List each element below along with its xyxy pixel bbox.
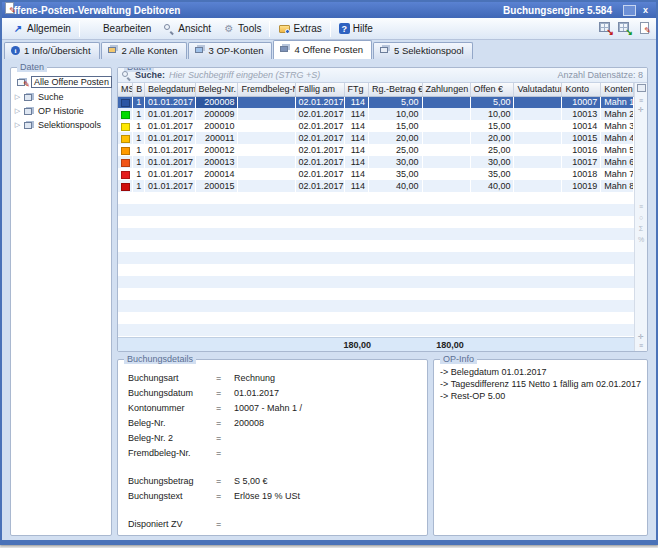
table-row[interactable]: 1 01.01.2017 200008 02.01.2017 114 5,00 … — [118, 96, 634, 108]
grid-export-green-icon[interactable]: ↘ — [617, 21, 633, 36]
detail-field-value: Rechnung — [234, 373, 275, 383]
grid-empty-area — [118, 192, 634, 337]
col-header-ms[interactable]: MS — [118, 83, 133, 96]
cards-icon — [24, 107, 35, 116]
ms-cell — [118, 132, 133, 144]
sidebar-item-alle-offene-posten[interactable]: Alle Offene Posten — [13, 74, 109, 90]
detail-field: Buchungstext = Erlöse 19 % USt — [128, 488, 419, 503]
detail-field-label: Beleg-Nr. — [128, 418, 216, 428]
tab-info-uebersicht[interactable]: i 1 Info/Übersicht — [4, 42, 100, 59]
ms-cell — [118, 168, 133, 180]
menu-bar: ↗ Allgemein Bearbeiten Ansicht ⚙ Tools E… — [2, 18, 656, 40]
record-count: Anzahl Datensätze: 8 — [557, 70, 643, 80]
menu-allgemein[interactable]: ↗ Allgemein — [6, 21, 77, 37]
notebook-icon — [280, 45, 290, 54]
sum-icon[interactable]: Σ — [639, 224, 643, 233]
scroll-up-icon[interactable]: ✛ — [638, 105, 644, 114]
table-row[interactable]: 1 01.01.2017 200012 02.01.2017 114 25,00… — [118, 144, 634, 156]
col-header-konto[interactable]: Konto — [562, 83, 601, 96]
sidebar-item-label: OP Historie — [38, 106, 84, 116]
mahnstufe-color-square — [121, 123, 130, 131]
col-header-ftg[interactable]: FTg — [344, 83, 368, 96]
separator — [330, 21, 331, 37]
expander-icon[interactable]: ▷ — [14, 107, 21, 115]
detail-field-label: Buchungsart — [128, 373, 216, 383]
sidebar-item-suche[interactable]: ▷ Suche — [13, 90, 109, 104]
ms-cell — [118, 120, 133, 132]
table-row[interactable]: 1 01.01.2017 200015 02.01.2017 114 40,00… — [118, 180, 634, 192]
list-icon[interactable]: ≡ — [639, 202, 643, 211]
op-info-line: -> Tagesdifferenz 115 Netto 1 fällig am … — [440, 378, 641, 390]
detail-field: Beleg-Nr. 2 = — [128, 430, 419, 445]
grid-scrollbar[interactable]: ≡ ✛ ≡ ○ Σ % ✛ ≡ — [634, 83, 647, 351]
table-row[interactable]: 1 01.01.2017 200011 02.01.2017 114 20,00… — [118, 132, 634, 144]
ms-cell — [118, 180, 133, 192]
tab-selektionspool[interactable]: 5 Selektionspool — [373, 42, 473, 59]
search-small-icon[interactable]: ○ — [639, 213, 643, 222]
close-window-button[interactable]: x — [639, 5, 652, 16]
magnifier-icon — [163, 23, 175, 35]
menu-bearbeiten[interactable]: Bearbeiten — [82, 21, 157, 37]
detail-field-value: Erlöse 19 % USt — [234, 491, 300, 501]
arrow-up-right-icon: ↗ — [12, 23, 24, 35]
grid-export-red-icon[interactable]: ↘ — [598, 21, 614, 36]
expander-icon[interactable]: ▷ — [14, 93, 21, 101]
menu-tools[interactable]: ⚙ Tools — [217, 21, 267, 37]
table-header-row: MS B Belegdatum Beleg-Nr. Fremdbeleg-Nr.… — [118, 83, 634, 96]
percent-icon[interactable]: % — [638, 235, 644, 244]
tab-op-konten[interactable]: 3 OP-Konten — [188, 42, 273, 59]
tab-label: 5 Selektionspool — [394, 45, 464, 56]
col-header-beleg-nr[interactable]: Beleg-Nr. — [195, 83, 238, 96]
table-row[interactable]: 1 01.01.2017 200013 02.01.2017 114 30,00… — [118, 156, 634, 168]
table-row[interactable]: 1 01.01.2017 200010 02.01.2017 114 15,00… — [118, 120, 634, 132]
menu-extras[interactable]: Extras — [272, 21, 327, 37]
edit-document-icon — [88, 23, 100, 35]
menu-hilfe[interactable]: ? Hilfe — [333, 21, 379, 36]
table-row[interactable]: 1 01.01.2017 200009 02.01.2017 114 10,00… — [118, 108, 634, 120]
column-chooser-icon[interactable] — [637, 84, 646, 92]
main-column: Daten Suche: Hier Suchbegriff eingeben (… — [117, 67, 648, 536]
detail-field — [128, 503, 419, 516]
op-info-line: -> Rest-OP 5.00 — [440, 390, 641, 402]
col-header-b[interactable]: B — [133, 83, 145, 96]
scroll-down-icon[interactable]: ✛ — [638, 332, 644, 341]
table-edit-icon — [17, 78, 28, 87]
col-header-konten[interactable]: Konten — [601, 83, 634, 96]
scroll-bottom-icon[interactable]: ≡ — [639, 341, 643, 350]
detail-field: Beleg-Nr. = 200008 — [128, 415, 419, 430]
scroll-top-icon[interactable]: ≡ — [639, 96, 643, 105]
detail-field-label: Disponiert ZV — [128, 519, 216, 529]
col-header-zahlungen[interactable]: Zahlungen € — [422, 83, 470, 96]
grid-daten-group: Daten Suche: Hier Suchbegriff eingeben (… — [117, 67, 648, 352]
cards-blue-icon — [195, 46, 205, 55]
table-row[interactable]: 1 01.01.2017 200014 02.01.2017 114 35,00… — [118, 168, 634, 180]
detail-field — [128, 460, 419, 473]
folder-icon — [278, 23, 290, 35]
search-input[interactable]: Hier Suchbegriff eingeben (STRG +S) — [169, 70, 553, 80]
total-offen: 180,00 — [422, 340, 466, 350]
sidebar-item-op-historie[interactable]: ▷ OP Historie — [13, 104, 109, 118]
detail-field: Buchungsbetrag = S 5,00 € — [128, 473, 419, 488]
detail-field-equals: = — [216, 491, 234, 501]
separator — [79, 21, 80, 37]
ms-cell — [118, 144, 133, 156]
restore-window-button[interactable] — [623, 5, 636, 16]
app-window: Offene-Posten-Verwaltung Debitoren Buchu… — [0, 0, 658, 545]
detail-field-value: 200008 — [234, 418, 264, 428]
col-header-belegdatum[interactable]: Belegdatum — [145, 83, 196, 96]
col-header-fremdbeleg-nr[interactable]: Fremdbeleg-Nr. — [238, 83, 295, 96]
col-header-valutadatum[interactable]: Valutadatum — [514, 83, 562, 96]
tab-offene-posten[interactable]: 4 Offene Posten — [273, 40, 372, 59]
detail-field-equals: = — [216, 519, 234, 529]
tab-alle-konten[interactable]: 2 Alle Konten — [101, 42, 187, 59]
menu-ansicht[interactable]: Ansicht — [157, 21, 217, 37]
col-header-faellig-am[interactable]: Fällig am — [295, 83, 344, 96]
expander-icon[interactable]: ▷ — [14, 121, 21, 129]
col-header-rg-betrag[interactable]: Rg.-Betrag € — [369, 83, 423, 96]
grid-search-row[interactable]: Suche: Hier Suchbegriff eingeben (STRG +… — [118, 68, 647, 83]
sidebar-item-selektionspools[interactable]: ▷ Selektionspools — [13, 118, 109, 132]
document-edit-icon[interactable] — [636, 21, 652, 36]
sidebar-item-label: Suche — [38, 92, 64, 102]
detail-field-equals: = — [216, 403, 234, 413]
col-header-offen[interactable]: Offen € — [470, 83, 514, 96]
